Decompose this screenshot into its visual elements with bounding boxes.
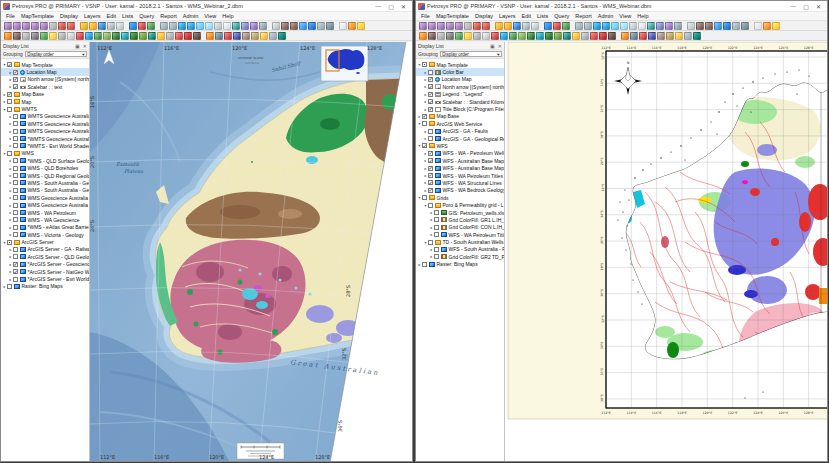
menu-item-display[interactable]: Display [472, 13, 496, 19]
zoom-extent-icon[interactable] [214, 22, 222, 30]
vegetation-icon[interactable] [130, 32, 138, 40]
maximize-button[interactable]: ▢ [803, 3, 809, 10]
map-canvas-right[interactable]: N Kilometres [505, 42, 827, 461]
right-titlebar[interactable]: Petrosys PRO @ PRIMARY - VSNP - User: ka… [416, 1, 827, 12]
target-icon[interactable] [31, 32, 39, 40]
tree-item[interactable]: ▸Scalebar : : text [1, 83, 89, 90]
menu-item-layers[interactable]: Layers [496, 13, 519, 19]
highlight-icon[interactable] [260, 32, 268, 40]
tree-item[interactable]: ▸WMTS Geoscience Australia - Topo... [1, 128, 89, 135]
zoom-out-icon[interactable] [620, 22, 628, 30]
wells-icon[interactable] [103, 32, 111, 40]
menu-item-lists[interactable]: Lists [534, 13, 551, 19]
list-view-icon[interactable] [687, 22, 695, 30]
layer-checkbox[interactable] [13, 84, 18, 89]
tree-item[interactable]: ▸WMTS Geoscience Australia - Petro... [1, 113, 89, 120]
map-open-icon[interactable] [13, 22, 21, 30]
tree-item[interactable]: ▾WMS [1, 150, 89, 157]
tree-item[interactable]: ▸WFS - South Australia - Petrole... [416, 246, 504, 253]
tree-item[interactable]: ▾WMTS [1, 105, 89, 112]
layer-checkbox[interactable] [422, 62, 427, 67]
pin-map-icon[interactable] [419, 32, 427, 40]
layer-checkbox[interactable] [7, 284, 12, 289]
minimize-button[interactable]: — [790, 3, 796, 10]
layer-checkbox[interactable] [13, 232, 18, 237]
palette-icon[interactable] [464, 32, 472, 40]
tree-item[interactable]: ▸Color Bar [416, 68, 504, 75]
tree-item[interactable]: ▸WFS - WA Petroleum Titles [416, 231, 504, 238]
cells-icon[interactable] [482, 32, 490, 40]
tree-item[interactable]: ▸Location Map [416, 76, 504, 83]
layer-checkbox[interactable] [7, 92, 12, 97]
tree-item[interactable]: ▸ArcGIS - GA - Geological Regions [416, 135, 504, 142]
layer-checkbox[interactable] [428, 240, 433, 245]
view-next-icon[interactable] [584, 22, 592, 30]
redo-icon[interactable] [290, 22, 298, 30]
tree-item[interactable]: ▸*WMS - eAtlas Great Barrier Reef -... [1, 224, 89, 231]
pin-map-icon[interactable] [4, 32, 12, 40]
layers-teal-icon[interactable] [563, 32, 571, 40]
layer-checkbox[interactable] [428, 70, 433, 75]
layer-checkbox[interactable] [434, 225, 439, 230]
refresh-map-icon[interactable] [348, 22, 356, 30]
map-layout-icon[interactable] [446, 22, 454, 30]
terrain-icon[interactable] [251, 32, 259, 40]
tree-item[interactable]: ▸WMS - WA Geoscience [1, 216, 89, 223]
document-icon[interactable] [116, 22, 124, 30]
tree-item[interactable]: ▸WMS Geoscience Australia - Boreh... [1, 201, 89, 208]
map-tile-icon[interactable] [22, 22, 30, 30]
layer-checkbox[interactable] [13, 188, 18, 193]
menu-item-edit[interactable]: Edit [518, 13, 533, 19]
grab-hand-icon[interactable] [723, 22, 731, 30]
alert-icon[interactable] [639, 32, 647, 40]
gear-green-icon[interactable] [139, 32, 147, 40]
layer-checkbox[interactable] [13, 114, 18, 119]
layer-checkbox[interactable] [434, 254, 439, 259]
quick-draw-icon[interactable] [772, 22, 780, 30]
document-icon[interactable] [531, 22, 539, 30]
layer-checkbox[interactable] [13, 195, 18, 200]
tree-item[interactable]: ▸WFS - WA Bedrock Geology [416, 187, 504, 194]
annotate-icon[interactable] [581, 32, 589, 40]
pencil-edit-icon[interactable] [428, 32, 436, 40]
select-window-icon[interactable] [250, 22, 258, 30]
layer-checkbox[interactable] [13, 180, 18, 185]
close-panel-icon[interactable]: ✕ [83, 43, 87, 49]
tree-item[interactable]: ▸WFS - Australian Base Map: Politica... [416, 164, 504, 171]
layer-checkbox[interactable] [428, 188, 433, 193]
tree-item[interactable]: ▸*ArcGIS Server - NatGeo World Ma... [1, 268, 89, 275]
quick-draw-icon[interactable] [357, 22, 365, 30]
menu-item-lists[interactable]: Lists [119, 13, 136, 19]
layer-checkbox[interactable] [13, 158, 18, 163]
options-icon[interactable] [326, 22, 334, 30]
tree-item[interactable]: ▸Grid ColorFill: GR2 TD_Petroleum... [416, 253, 504, 260]
layer-checkbox[interactable] [7, 240, 12, 245]
surface-icon[interactable] [527, 32, 535, 40]
pan-hand-icon[interactable] [223, 22, 231, 30]
tree-item[interactable]: ▸GIS: Petroleum_wells.xlsx [416, 209, 504, 216]
seismic-icon[interactable] [608, 32, 616, 40]
grid-display-icon[interactable] [473, 32, 481, 40]
contour-pen-icon[interactable] [491, 32, 499, 40]
maximize-button[interactable]: ▢ [388, 3, 394, 10]
tree-item[interactable]: ▸WMS - South Australia - Geology [1, 179, 89, 186]
erase-icon[interactable] [437, 32, 445, 40]
layer-checkbox[interactable] [434, 210, 439, 215]
layer-checkbox[interactable] [422, 195, 427, 200]
tree-item[interactable]: ▸WMS - South Australia - Geotherm... [1, 187, 89, 194]
tree-item[interactable]: ▸Scalebar : : Standard Kilometres + ... [416, 98, 504, 105]
tree-item[interactable]: ▸Map Base [1, 91, 89, 98]
display-add-icon[interactable] [129, 22, 137, 30]
layer-checkbox[interactable] [428, 166, 433, 171]
annotate-icon[interactable] [166, 32, 174, 40]
tree-item[interactable]: ▸Grid ColorFill: GR1 L.IH_Porosity [416, 216, 504, 223]
map-copy-icon[interactable] [455, 22, 463, 30]
open-dbm-icon[interactable] [89, 22, 97, 30]
tree-item[interactable]: ▸*WMTS Geoscience Australia - Geo... [1, 135, 89, 142]
layer-checkbox[interactable] [13, 269, 18, 274]
tree-item[interactable]: ▸*ArcGIS Server - Esri World Imagery [1, 275, 89, 282]
tree-item[interactable]: ▸WMS - Victoria - Geology [1, 231, 89, 238]
menu-item-layers[interactable]: Layers [81, 13, 104, 19]
menu-item-query[interactable]: Query [551, 13, 572, 19]
select-window-icon[interactable] [665, 22, 673, 30]
